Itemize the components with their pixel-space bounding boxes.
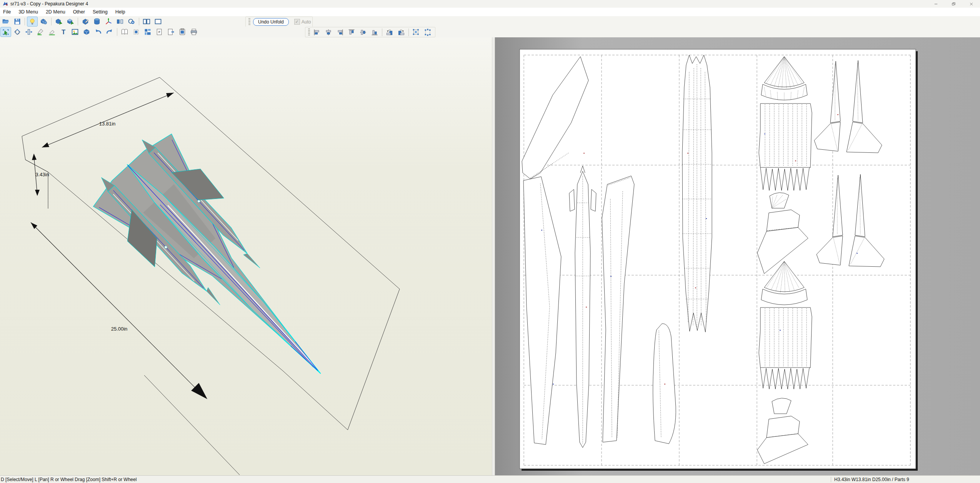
window-title: sr71-v3 - Copy - Pepakura Designer 4 — [10, 1, 88, 7]
viewport-2d[interactable] — [495, 37, 980, 475]
toolbar-button-split-view[interactable] — [141, 17, 152, 27]
auto-checkbox-box[interactable]: ✓ — [294, 19, 300, 25]
rotate-cw-icon — [397, 28, 405, 36]
window-controls — [927, 0, 980, 8]
toolbar-button-select-area[interactable] — [131, 27, 142, 37]
toolbar-main: Undo Unfold ✓ Auto — [0, 16, 980, 27]
show-axes-icon — [105, 18, 112, 25]
toolbar-button-print[interactable] — [188, 27, 199, 37]
statusbar: D [Select/Move] L [Pan] R or Wheel Drag … — [0, 475, 980, 483]
arrange-bounds-icon — [424, 28, 432, 36]
dim-width-label: 13.81in — [99, 121, 116, 127]
toolbar-button-image-tool[interactable] — [70, 27, 80, 37]
restore-icon — [952, 2, 956, 6]
toolbar-button-select-move[interactable] — [0, 27, 11, 37]
toolbar-button-rotate-part[interactable] — [12, 27, 23, 37]
close-button[interactable] — [962, 0, 980, 8]
toolbar-button-show-axes[interactable] — [103, 17, 114, 27]
align-top-icon — [348, 28, 355, 36]
toolbar-button-page-number[interactable]: # — [154, 27, 165, 37]
menu-item-other[interactable]: Other — [69, 8, 89, 16]
pane-splitter[interactable] — [492, 37, 495, 475]
toolbar-button-print-area[interactable] — [177, 27, 188, 37]
split-view-icon — [143, 18, 150, 25]
toolbar-button-select-faces-3d[interactable] — [65, 17, 76, 27]
image-tool-icon — [71, 28, 79, 36]
toolbar-button-spread-parts[interactable] — [23, 27, 34, 37]
toolbar-button-align-top[interactable] — [346, 27, 357, 37]
toolbar-drag-handle[interactable] — [308, 28, 310, 36]
toolbar-button-open-file[interactable] — [0, 17, 11, 27]
menu-item-setting[interactable]: Setting — [89, 8, 112, 16]
toolbar-button-rotate-cw[interactable] — [396, 27, 407, 37]
minimize-icon — [934, 2, 938, 6]
toolbar-button-flip-faces[interactable] — [115, 17, 125, 27]
auto-unfold-checkbox[interactable]: ✓ Auto — [294, 19, 311, 25]
toolbar-button-text-tool[interactable]: T — [58, 27, 69, 37]
menu-item-2d-menu[interactable]: 2D Menu — [42, 8, 69, 16]
toolbar-button-erase-line[interactable] — [47, 27, 57, 37]
fold-book-icon — [121, 28, 128, 36]
titlebar: sr71-v3 - Copy - Pepakura Designer 4 — [0, 0, 980, 8]
check-edges-icon — [128, 18, 135, 25]
toolbar-button-rotate-ccw[interactable] — [384, 27, 395, 37]
toolbar-button-draw-fold[interactable] — [35, 27, 46, 37]
erase-line-icon — [48, 28, 56, 36]
toolbar-separator — [51, 18, 52, 25]
toolbar-button-cylinder-select[interactable] — [92, 17, 102, 27]
toolbar-button-align-right[interactable] — [335, 27, 345, 37]
select-parts-3d-icon — [55, 18, 63, 25]
restore-button[interactable] — [945, 0, 962, 8]
pattern-page — [520, 49, 918, 471]
toolbar-button-check-edges[interactable] — [126, 17, 137, 27]
undo-unfold-button[interactable]: Undo Unfold — [253, 18, 289, 26]
toolbar-button-light-toggle[interactable] — [27, 17, 38, 27]
align-right-icon — [336, 28, 344, 36]
toolbar-separator — [117, 28, 117, 36]
menu-item-help[interactable]: Help — [112, 8, 129, 16]
toolbar-button-align-middle-v[interactable] — [358, 27, 368, 37]
auto-checkbox-label: Auto — [302, 19, 311, 25]
toolbar-button-export-page[interactable] — [165, 27, 176, 37]
toolbar-button-arrange-bounds[interactable] — [422, 27, 433, 37]
unfold-panel: Undo Unfold ✓ Auto — [245, 17, 313, 27]
align-bottom-icon — [371, 28, 378, 36]
toolbar-button-auto-layout[interactable] — [142, 27, 153, 37]
menu-item-3d-menu[interactable]: 3D Menu — [15, 8, 42, 16]
single-view-icon — [154, 18, 162, 25]
toolbar-separator — [382, 28, 382, 36]
toolbar-button-align-left[interactable] — [312, 27, 322, 37]
toolbar-button-select-parts-3d[interactable] — [53, 17, 64, 27]
spread-parts-icon — [25, 28, 33, 36]
page-number-icon: # — [155, 28, 163, 36]
menubar: File3D Menu2D MenuOtherSettingHelp — [0, 8, 980, 17]
menu-item-file[interactable]: File — [0, 8, 15, 16]
svg-text:T: T — [62, 28, 65, 36]
text-tool-icon: T — [60, 28, 67, 36]
align-toolbar — [305, 27, 435, 37]
app-window: sr71-v3 - Copy - Pepakura Designer 4 Fil… — [0, 0, 980, 483]
app-icon — [3, 1, 8, 7]
box-3d-icon — [83, 28, 90, 36]
cylinder-select-icon — [93, 18, 101, 25]
toolbar-button-save-file[interactable] — [12, 17, 23, 27]
viewport-3d[interactable]: 13.81in 3.43in 25.00in — [0, 37, 492, 475]
close-icon — [969, 2, 973, 6]
minimize-button[interactable] — [927, 0, 945, 8]
toolbar-separator — [78, 18, 78, 25]
toolbar-button-box-3d[interactable] — [81, 27, 92, 37]
toolbar-button-arrange-parts[interactable] — [411, 27, 422, 37]
toolbar-button-redo[interactable] — [104, 27, 115, 37]
draw-fold-icon — [37, 28, 44, 36]
toolbar-button-texture-view[interactable] — [38, 17, 49, 27]
toolbar-button-align-center-h[interactable] — [323, 27, 334, 37]
toolbar-button-fold-book[interactable] — [119, 27, 130, 37]
toolbar-button-undo[interactable] — [93, 27, 103, 37]
toolbar-button-align-bottom[interactable] — [369, 27, 380, 37]
toolbar-drag-handle[interactable] — [248, 18, 250, 26]
rotate-ccw-icon — [386, 28, 393, 36]
toolbar-button-edit-3d[interactable] — [80, 17, 91, 27]
select-move-icon — [2, 28, 10, 36]
dim-depth-label: 25.00in — [111, 326, 128, 332]
toolbar-button-single-view[interactable] — [153, 17, 163, 27]
